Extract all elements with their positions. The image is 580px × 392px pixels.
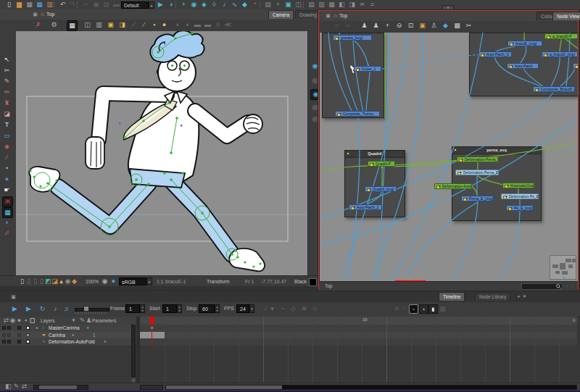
- node-deformation-perna-e[interactable]: ▸Deformation-Perna_E: [455, 170, 499, 175]
- camera-canvas[interactable]: [16, 31, 307, 275]
- select-icon[interactable]: ↖: [2, 55, 12, 64]
- tab-node-view[interactable]: Node View: [552, 12, 580, 20]
- stamp-icon[interactable]: ♜: [2, 99, 12, 108]
- light-line-red-icon[interactable]: ∕: [129, 20, 138, 30]
- half-right-icon[interactable]: ◗: [183, 20, 192, 30]
- layers-vscroll-arrow-icon[interactable]: ▾: [131, 378, 136, 383]
- scale-tool-icon[interactable]: ◈: [199, 0, 209, 9]
- contour-editor-icon[interactable]: ✎: [2, 77, 12, 86]
- rotate-tool-icon[interactable]: ◉: [189, 0, 199, 9]
- half-left-icon[interactable]: ◖: [173, 20, 182, 30]
- more-icon[interactable]: ≡: [368, 0, 377, 9]
- settings-gear-icon[interactable]: ⚙: [49, 20, 59, 30]
- outline-mode-icon[interactable]: ◫: [294, 0, 303, 9]
- lock-icon[interactable]: ▣: [106, 20, 115, 30]
- node-gravata-svg-[interactable]: ▸gravata_[svg]: [333, 35, 372, 41]
- split-view-icon[interactable]: ✂: [464, 21, 473, 30]
- frame-area[interactable]: 10 ⊕: [140, 317, 577, 383]
- hand-icon[interactable]: ☛: [2, 185, 12, 195]
- node-minimap[interactable]: [550, 255, 576, 280]
- light-table-icon[interactable]: ●: [160, 20, 169, 30]
- line-icon[interactable]: ∕: [2, 153, 12, 162]
- layers-hscroll-thumb[interactable]: [39, 385, 77, 389]
- window-icon[interactable]: ▣: [9, 292, 18, 301]
- frames-hscroll-thumb[interactable]: [166, 385, 282, 389]
- layer-add-icon[interactable]: +: [72, 332, 75, 339]
- colour-tool-icon[interactable]: ◑: [166, 0, 175, 9]
- half-a-icon[interactable]: ◧: [337, 0, 347, 9]
- cutter-icon[interactable]: ✂: [2, 66, 12, 75]
- colorspace-select[interactable]: sRGB: [119, 278, 146, 285]
- node-a-bracod-p[interactable]: ▸a_bracoD-P: [544, 33, 578, 39]
- tab-timeline[interactable]: Timeline: [439, 292, 465, 301]
- layer-lock-checkbox[interactable]: [17, 333, 21, 337]
- ink-icon[interactable]: ◗: [2, 218, 12, 228]
- layer-solo-checkbox[interactable]: [7, 326, 11, 330]
- show-sound-icon[interactable]: ▫: [409, 304, 418, 314]
- layer-enable-checkbox[interactable]: [2, 326, 6, 330]
- art-layers-icon[interactable]: ◫: [83, 20, 92, 30]
- close-view-icon[interactable]: ✕: [522, 292, 527, 301]
- node-deformation-perna-e-p[interactable]: ▸Deformation-Perna_E-P: [457, 157, 499, 162]
- pivot-tool-icon[interactable]: *: [250, 0, 260, 9]
- node-stub[interactable]: ▸: [573, 63, 578, 69]
- node-a-bracod-svg-[interactable]: ▸a_bracoD_[svg]: [542, 51, 578, 57]
- group-selection-icon[interactable]: ⊡: [406, 21, 415, 30]
- node-pe-e-svg-[interactable]: ▸Pe_E_[svg]: [506, 205, 534, 211]
- spline-tool-icon[interactable]: ∿: [230, 0, 239, 9]
- display-node-icon[interactable]: ▣: [418, 21, 427, 30]
- layers-frames-divider[interactable]: [136, 317, 140, 383]
- navigate-up-icon[interactable]: ♙: [429, 21, 439, 30]
- frame-all-icon[interactable]: ▣: [283, 0, 293, 9]
- show-children-icon[interactable]: ♟: [371, 21, 381, 30]
- node-auto-patch-g[interactable]: ▸Auto-Patch_G: [478, 51, 512, 57]
- show-data-icon[interactable]: ▮: [428, 304, 438, 314]
- show-parents-icon[interactable]: ♟: [360, 21, 369, 30]
- stop-motion-tool-icon[interactable]: ◆: [240, 0, 249, 9]
- node-carinha-svg-[interactable]: ▸Carinha_[svg]: [394, 280, 426, 281]
- bar-a-icon[interactable]: ▬: [193, 20, 202, 30]
- tab-camera[interactable]: Camera: [268, 10, 294, 19]
- node-auto-patch-2[interactable]: ▸Auto-Patch_2: [349, 204, 382, 210]
- zoom-level[interactable]: 100%: [86, 276, 99, 287]
- layer-lock-checkbox[interactable]: [17, 326, 21, 330]
- discard-changes-icon[interactable]: ✗: [33, 20, 43, 30]
- frame-zoom-control[interactable]: [140, 385, 163, 390]
- node-perna-e-svg-[interactable]: ▸Perna_E_[svg]: [461, 196, 494, 201]
- eraser-icon[interactable]: ◪: [2, 109, 12, 119]
- ruler-options-icon[interactable]: ⊕: [569, 317, 577, 325]
- layer-colour-swatch[interactable]: [26, 340, 30, 343]
- transform-icon[interactable]: ▦: [2, 207, 13, 218]
- node-composite-bracod[interactable]: ▸Composite_BracoD: [533, 86, 575, 92]
- repaint-brush-icon[interactable]: ✐: [2, 229, 12, 238]
- dropper-icon[interactable]: •: [2, 164, 12, 173]
- rectangle-icon[interactable]: ▭: [2, 131, 12, 141]
- diamond-icon[interactable]: ◊: [213, 20, 223, 30]
- onion-skin-icon[interactable]: ▤: [263, 0, 273, 9]
- focus-node-icon[interactable]: ◆: [441, 21, 450, 30]
- nav-back-icon[interactable]: ‹: [566, 282, 568, 291]
- remove-node-icon[interactable]: ⊖: [394, 21, 404, 30]
- node-quadril-p[interactable]: ▸Quadril-P: [368, 161, 395, 167]
- animate-tool-icon[interactable]: ♪: [220, 0, 229, 9]
- text-icon[interactable]: T: [2, 120, 12, 130]
- half-b-icon[interactable]: ◨: [347, 0, 357, 9]
- layer-solo-checkbox[interactable]: [7, 340, 11, 343]
- tog-pair-icon[interactable]: ∷: [399, 304, 409, 314]
- add-view-icon[interactable]: +: [516, 292, 521, 301]
- node-composite-tronco[interactable]: ▸Composite_Tronco: [335, 111, 380, 117]
- sb-amber-icon[interactable]: ◆: [70, 277, 79, 286]
- skew-tool-icon[interactable]: ◊: [210, 0, 219, 9]
- colorspace-dropdown-icon[interactable]: ▾: [146, 278, 152, 285]
- search-icon[interactable]: [556, 284, 561, 289]
- link-b-icon[interactable]: ∞: [344, 21, 353, 30]
- nav-forward-icon[interactable]: ›: [572, 282, 573, 291]
- display-ball-icon[interactable]: ●: [109, 277, 118, 286]
- node-quadril-svg-[interactable]: ▸Quadril_[svg]: [365, 186, 397, 192]
- light-line-icon[interactable]: ∕: [139, 20, 149, 30]
- playhead-handle[interactable]: [149, 317, 154, 324]
- backdrop-icon[interactable]: ▩: [452, 21, 462, 30]
- node-deformation-pe-e[interactable]: ▸Deformation-Pe_E: [501, 193, 539, 199]
- node-cutter-1[interactable]: ▸Cutter_1: [354, 66, 381, 72]
- layer-colour-swatch[interactable]: [26, 326, 30, 330]
